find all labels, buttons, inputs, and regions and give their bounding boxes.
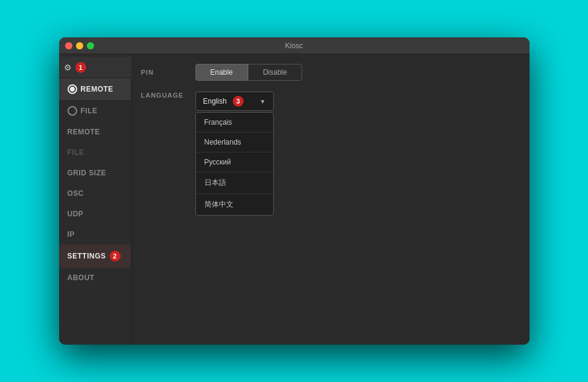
traffic-lights: [65, 42, 94, 49]
enable-button[interactable]: Enable: [195, 64, 248, 81]
sidebar-item-remote[interactable]: REMOTE: [59, 78, 131, 100]
badge-3: 3: [233, 96, 244, 107]
pin-label: PIN: [141, 69, 195, 76]
language-select-wrapper: English 3 ▼ Français Nederlands Русский: [195, 92, 274, 111]
disable-button[interactable]: Disable: [248, 64, 302, 81]
gear-icon[interactable]: ⚙: [64, 63, 72, 72]
lang-option-chinese[interactable]: 简体中文: [196, 194, 273, 215]
badge-1: 1: [75, 62, 86, 73]
radio-remote: [68, 84, 77, 94]
chevron-down-icon: ▼: [260, 98, 266, 105]
language-selected[interactable]: English 3 ▼: [195, 92, 274, 111]
maximize-button[interactable]: [87, 42, 94, 49]
sidebar-label-file2: FILE: [68, 148, 84, 157]
window-title: Kiosc: [285, 42, 303, 50]
sidebar-label-about: ABOUT: [68, 274, 95, 282]
language-row: LANGUAGE English 3 ▼ Français Nederlands: [141, 92, 520, 111]
sidebar-label-settings: SETTINGS: [68, 252, 106, 260]
sidebar-item-remote2[interactable]: REMOTE: [59, 122, 131, 142]
sidebar-item-about[interactable]: ABOUT: [59, 268, 131, 288]
sidebar-item-file2[interactable]: FILE: [59, 142, 131, 163]
pin-btn-group: Enable Disable: [195, 64, 302, 81]
app-window: Kiosc ⚙ 1 OPTIONS 🔗 REMOTE: [59, 37, 530, 345]
sidebar-item-ip[interactable]: IP: [59, 224, 131, 245]
sidebar: ⚙ 1 OPTIONS 🔗 REMOTE FILE REMOTE: [59, 54, 131, 345]
settings-toolbar-left: ⚙ 1: [59, 62, 91, 73]
selected-language-text: English: [203, 97, 227, 105]
lang-option-russian[interactable]: Русский: [196, 152, 273, 172]
minimize-button[interactable]: [76, 42, 83, 49]
sidebar-label-osc: OSC: [68, 189, 84, 198]
sidebar-item-settings[interactable]: SETTINGS 2: [59, 245, 131, 268]
content-area: PIN Enable Disable LANGUAGE English 3 ▼: [131, 54, 530, 345]
sidebar-label-grid-size: GRID SIZE: [68, 169, 107, 177]
sidebar-item-grid-size[interactable]: GRID SIZE: [59, 163, 131, 183]
language-dropdown[interactable]: Français Nederlands Русский 日本語 简体中文: [195, 112, 274, 216]
lang-option-japanese[interactable]: 日本語: [196, 172, 273, 194]
lang-option-nederlands[interactable]: Nederlands: [196, 133, 273, 152]
lang-option-francais[interactable]: Français: [196, 113, 273, 133]
pin-row: PIN Enable Disable: [141, 64, 520, 81]
badge-2: 2: [110, 251, 121, 261]
title-bar: Kiosc: [59, 37, 530, 54]
main-area: ⚙ 1 OPTIONS 🔗 REMOTE FILE REMOTE: [59, 54, 530, 345]
sidebar-item-osc[interactable]: OSC: [59, 183, 131, 204]
language-label: LANGUAGE: [141, 92, 195, 99]
sidebar-item-udp[interactable]: UDP: [59, 204, 131, 224]
close-button[interactable]: [65, 42, 72, 49]
radio-inner-remote: [70, 87, 75, 92]
sidebar-label-udp: UDP: [68, 210, 84, 218]
sidebar-item-file[interactable]: FILE: [59, 100, 131, 122]
sidebar-label-file: FILE: [81, 107, 98, 115]
sidebar-label-ip: IP: [68, 230, 75, 239]
sidebar-label-remote2: REMOTE: [68, 128, 100, 136]
sidebar-label-remote: REMOTE: [81, 85, 113, 93]
radio-file: [68, 106, 77, 116]
